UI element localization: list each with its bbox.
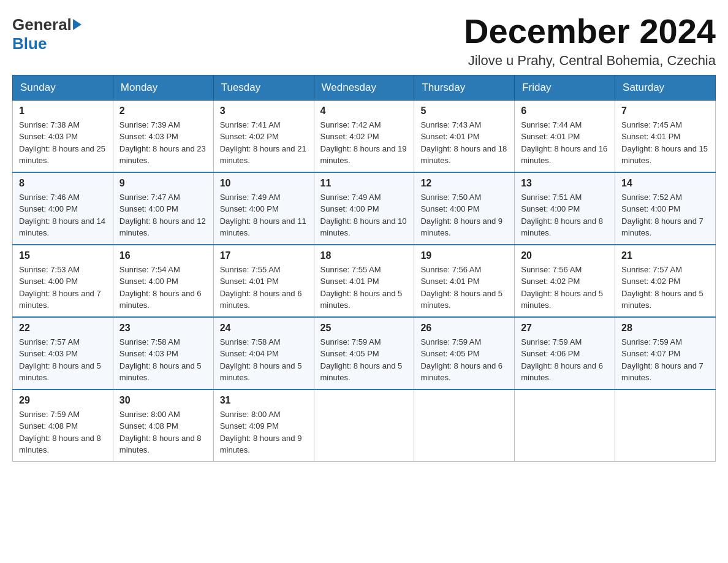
calendar-day-cell: 17Sunrise: 7:55 AMSunset: 4:01 PMDayligh… bbox=[213, 245, 314, 317]
calendar-day-cell: 7Sunrise: 7:45 AMSunset: 4:01 PMDaylight… bbox=[615, 100, 716, 172]
calendar-day-cell: 28Sunrise: 7:59 AMSunset: 4:07 PMDayligh… bbox=[615, 317, 716, 389]
weekday-header-saturday: Saturday bbox=[615, 75, 716, 100]
day-info: Sunrise: 7:57 AMSunset: 4:03 PMDaylight:… bbox=[19, 336, 107, 384]
calendar-week-row: 15Sunrise: 7:53 AMSunset: 4:00 PMDayligh… bbox=[13, 245, 716, 317]
day-info: Sunrise: 7:49 AMSunset: 4:00 PMDaylight:… bbox=[320, 191, 408, 239]
calendar-day-cell: 10Sunrise: 7:49 AMSunset: 4:00 PMDayligh… bbox=[213, 172, 314, 245]
calendar-day-cell: 15Sunrise: 7:53 AMSunset: 4:00 PMDayligh… bbox=[13, 245, 113, 317]
day-info: Sunrise: 7:59 AMSunset: 4:07 PMDaylight:… bbox=[621, 336, 709, 384]
day-number: 16 bbox=[119, 250, 207, 261]
month-title: December 2024 bbox=[464, 12, 716, 50]
calendar-week-row: 22Sunrise: 7:57 AMSunset: 4:03 PMDayligh… bbox=[13, 317, 716, 389]
weekday-header-wednesday: Wednesday bbox=[314, 75, 414, 100]
day-number: 24 bbox=[220, 323, 308, 334]
calendar-day-cell: 19Sunrise: 7:56 AMSunset: 4:01 PMDayligh… bbox=[414, 245, 515, 317]
weekday-header-tuesday: Tuesday bbox=[213, 75, 314, 100]
calendar-day-cell: 22Sunrise: 7:57 AMSunset: 4:03 PMDayligh… bbox=[13, 317, 113, 389]
day-number: 26 bbox=[420, 323, 508, 334]
calendar-day-cell: 18Sunrise: 7:55 AMSunset: 4:01 PMDayligh… bbox=[314, 245, 414, 317]
weekday-header-monday: Monday bbox=[113, 75, 213, 100]
day-info: Sunrise: 8:00 AMSunset: 4:09 PMDaylight:… bbox=[220, 408, 308, 456]
day-number: 25 bbox=[320, 323, 408, 334]
day-info: Sunrise: 7:56 AMSunset: 4:02 PMDaylight:… bbox=[521, 264, 609, 312]
calendar-day-cell: 30Sunrise: 8:00 AMSunset: 4:08 PMDayligh… bbox=[113, 389, 213, 462]
calendar-day-cell bbox=[314, 389, 414, 462]
calendar-day-cell: 3Sunrise: 7:41 AMSunset: 4:02 PMDaylight… bbox=[213, 100, 314, 172]
day-info: Sunrise: 7:46 AMSunset: 4:00 PMDaylight:… bbox=[19, 191, 107, 239]
calendar-day-cell bbox=[515, 389, 615, 462]
day-number: 29 bbox=[19, 395, 107, 406]
calendar-day-cell: 21Sunrise: 7:57 AMSunset: 4:02 PMDayligh… bbox=[615, 245, 716, 317]
day-number: 8 bbox=[19, 178, 107, 189]
day-info: Sunrise: 7:57 AMSunset: 4:02 PMDaylight:… bbox=[621, 264, 709, 312]
calendar-day-cell: 25Sunrise: 7:59 AMSunset: 4:05 PMDayligh… bbox=[314, 317, 414, 389]
day-info: Sunrise: 7:42 AMSunset: 4:02 PMDaylight:… bbox=[320, 119, 408, 167]
day-info: Sunrise: 7:47 AMSunset: 4:00 PMDaylight:… bbox=[119, 191, 207, 239]
day-info: Sunrise: 7:45 AMSunset: 4:01 PMDaylight:… bbox=[621, 119, 709, 167]
day-number: 15 bbox=[19, 250, 107, 261]
calendar-week-row: 8Sunrise: 7:46 AMSunset: 4:00 PMDaylight… bbox=[13, 172, 716, 245]
logo-text: General Blue bbox=[12, 15, 82, 53]
calendar-table: SundayMondayTuesdayWednesdayThursdayFrid… bbox=[12, 75, 716, 462]
day-number: 30 bbox=[119, 395, 207, 406]
calendar-day-cell: 5Sunrise: 7:43 AMSunset: 4:01 PMDaylight… bbox=[414, 100, 515, 172]
day-number: 20 bbox=[521, 250, 609, 261]
logo-blue-text: Blue bbox=[12, 34, 47, 53]
calendar-day-cell bbox=[414, 389, 515, 462]
day-info: Sunrise: 7:55 AMSunset: 4:01 PMDaylight:… bbox=[320, 264, 408, 312]
day-number: 13 bbox=[521, 178, 609, 189]
calendar-day-cell: 9Sunrise: 7:47 AMSunset: 4:00 PMDaylight… bbox=[113, 172, 213, 245]
day-info: Sunrise: 7:38 AMSunset: 4:03 PMDaylight:… bbox=[19, 119, 107, 167]
day-number: 17 bbox=[220, 250, 308, 261]
day-info: Sunrise: 7:41 AMSunset: 4:02 PMDaylight:… bbox=[220, 119, 308, 167]
day-number: 28 bbox=[621, 323, 709, 334]
calendar-day-cell: 20Sunrise: 7:56 AMSunset: 4:02 PMDayligh… bbox=[515, 245, 615, 317]
calendar-day-cell: 6Sunrise: 7:44 AMSunset: 4:01 PMDaylight… bbox=[515, 100, 615, 172]
day-number: 19 bbox=[420, 250, 508, 261]
logo-arrow-icon bbox=[73, 19, 82, 30]
day-number: 14 bbox=[621, 178, 709, 189]
day-number: 10 bbox=[220, 178, 308, 189]
title-area: December 2024 Jilove u Prahy, Central Bo… bbox=[464, 12, 716, 69]
weekday-header-friday: Friday bbox=[515, 75, 615, 100]
day-number: 7 bbox=[621, 105, 709, 117]
day-info: Sunrise: 7:50 AMSunset: 4:00 PMDaylight:… bbox=[420, 191, 508, 239]
day-number: 22 bbox=[19, 323, 107, 334]
calendar-day-cell: 11Sunrise: 7:49 AMSunset: 4:00 PMDayligh… bbox=[314, 172, 414, 245]
day-info: Sunrise: 7:59 AMSunset: 4:05 PMDaylight:… bbox=[320, 336, 408, 384]
location-title: Jilove u Prahy, Central Bohemia, Czechia bbox=[464, 53, 716, 69]
day-info: Sunrise: 7:56 AMSunset: 4:01 PMDaylight:… bbox=[420, 264, 508, 312]
day-info: Sunrise: 7:53 AMSunset: 4:00 PMDaylight:… bbox=[19, 264, 107, 312]
day-info: Sunrise: 7:59 AMSunset: 4:06 PMDaylight:… bbox=[521, 336, 609, 384]
page-header: General Blue December 2024 Jilove u Prah… bbox=[12, 12, 716, 69]
day-info: Sunrise: 8:00 AMSunset: 4:08 PMDaylight:… bbox=[119, 408, 207, 456]
day-number: 6 bbox=[521, 105, 609, 117]
day-info: Sunrise: 7:44 AMSunset: 4:01 PMDaylight:… bbox=[521, 119, 609, 167]
day-number: 11 bbox=[320, 178, 408, 189]
day-number: 4 bbox=[320, 105, 408, 117]
calendar-day-cell: 12Sunrise: 7:50 AMSunset: 4:00 PMDayligh… bbox=[414, 172, 515, 245]
day-number: 1 bbox=[19, 105, 107, 117]
day-number: 12 bbox=[420, 178, 508, 189]
calendar-day-cell: 23Sunrise: 7:58 AMSunset: 4:03 PMDayligh… bbox=[113, 317, 213, 389]
calendar-day-cell: 4Sunrise: 7:42 AMSunset: 4:02 PMDaylight… bbox=[314, 100, 414, 172]
day-number: 23 bbox=[119, 323, 207, 334]
day-info: Sunrise: 7:54 AMSunset: 4:00 PMDaylight:… bbox=[119, 264, 207, 312]
calendar-day-cell: 16Sunrise: 7:54 AMSunset: 4:00 PMDayligh… bbox=[113, 245, 213, 317]
calendar-day-cell: 29Sunrise: 7:59 AMSunset: 4:08 PMDayligh… bbox=[13, 389, 113, 462]
day-number: 21 bbox=[621, 250, 709, 261]
day-info: Sunrise: 7:58 AMSunset: 4:03 PMDaylight:… bbox=[119, 336, 207, 384]
day-number: 18 bbox=[320, 250, 408, 261]
day-number: 31 bbox=[220, 395, 308, 406]
day-number: 27 bbox=[521, 323, 609, 334]
weekday-header-row: SundayMondayTuesdayWednesdayThursdayFrid… bbox=[13, 75, 716, 100]
weekday-header-sunday: Sunday bbox=[13, 75, 113, 100]
calendar-day-cell: 26Sunrise: 7:59 AMSunset: 4:05 PMDayligh… bbox=[414, 317, 515, 389]
day-info: Sunrise: 7:49 AMSunset: 4:00 PMDaylight:… bbox=[220, 191, 308, 239]
day-number: 5 bbox=[420, 105, 508, 117]
weekday-header-thursday: Thursday bbox=[414, 75, 515, 100]
calendar-day-cell: 2Sunrise: 7:39 AMSunset: 4:03 PMDaylight… bbox=[113, 100, 213, 172]
day-info: Sunrise: 7:58 AMSunset: 4:04 PMDaylight:… bbox=[220, 336, 308, 384]
day-info: Sunrise: 7:39 AMSunset: 4:03 PMDaylight:… bbox=[119, 119, 207, 167]
day-info: Sunrise: 7:59 AMSunset: 4:05 PMDaylight:… bbox=[420, 336, 508, 384]
